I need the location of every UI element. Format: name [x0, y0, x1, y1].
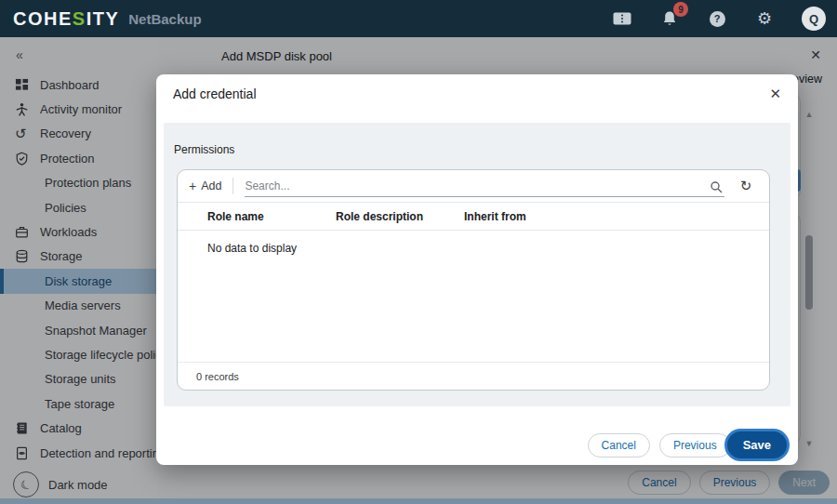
refresh-icon[interactable]: ↻: [734, 178, 758, 194]
dialog-previous-button[interactable]: Previous: [659, 433, 731, 458]
add-credential-dialog: Add credential ✕ Permissions + Add Searc…: [156, 74, 798, 465]
table-toolbar: + Add Search... ↻: [178, 170, 769, 202]
dialog-title: Add credential: [173, 86, 257, 101]
dialog-footer-actions: Cancel Previous Save: [588, 431, 787, 458]
add-permission-button[interactable]: + Add: [189, 179, 221, 193]
column-header-role-description: Role description: [336, 210, 464, 223]
table-empty-state: No data to display: [178, 230, 769, 362]
column-header-inherit-from: Inherit from: [464, 210, 769, 223]
permissions-table: + Add Search... ↻ Role name Role descrip…: [177, 169, 770, 391]
search-placeholder: Search...: [245, 179, 289, 192]
table-records-count: 0 records: [178, 362, 769, 390]
cohesity-logo: COHESITY: [13, 8, 119, 30]
table-header-row: Role name Role description Inherit from: [178, 202, 769, 230]
plus-icon: +: [189, 179, 196, 193]
top-app-bar: COHESITY NetBackup 9 ? ⚙ Q: [0, 0, 837, 37]
product-name: NetBackup: [128, 11, 201, 27]
permissions-panel: Permissions + Add Search... ↻ Role name: [164, 123, 790, 406]
permissions-section-label: Permissions: [174, 143, 234, 156]
column-header-role-name: Role name: [178, 210, 336, 223]
help-icon[interactable]: ?: [707, 8, 727, 29]
search-icon: [710, 180, 723, 193]
search-input[interactable]: Search...: [245, 175, 724, 197]
dialog-cancel-button[interactable]: Cancel: [588, 433, 650, 458]
settings-gear-icon[interactable]: ⚙: [754, 8, 775, 29]
dialog-save-button[interactable]: Save: [727, 431, 787, 458]
toolbar-divider: [232, 178, 233, 194]
license-ticket-icon[interactable]: [612, 8, 632, 29]
notifications-bell-icon[interactable]: 9: [659, 8, 680, 29]
user-avatar[interactable]: Q: [802, 7, 826, 31]
dialog-close-icon[interactable]: ✕: [769, 86, 781, 102]
notification-count-badge: 9: [673, 2, 688, 17]
